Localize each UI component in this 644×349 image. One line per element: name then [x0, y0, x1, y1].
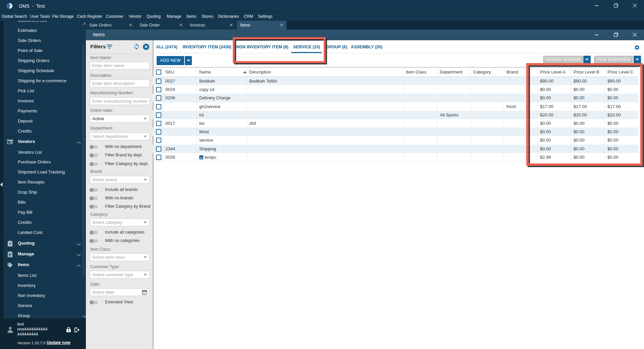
svg-text:?: ?: [9, 242, 11, 246]
